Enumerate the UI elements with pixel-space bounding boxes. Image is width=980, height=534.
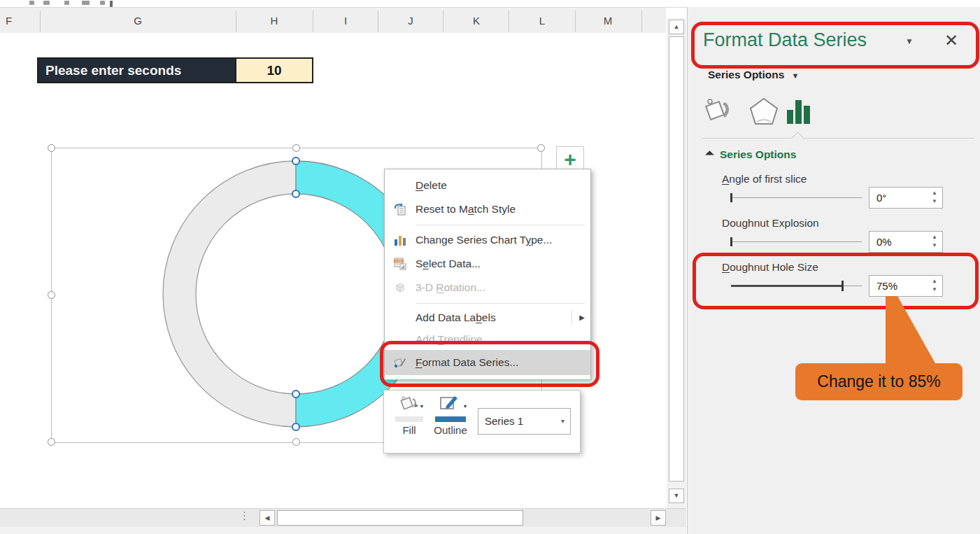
chart-context-menu: Delete Reset to Match Style Change Serie… <box>384 169 591 380</box>
angle-slider-thumb[interactable] <box>730 193 732 202</box>
section-series-options[interactable]: Series Options <box>706 148 796 161</box>
explosion-value-input[interactable]: 0% ▲▼ <box>869 231 943 253</box>
scroll-down-button[interactable]: ▼ <box>669 489 684 503</box>
resize-handle-top-right[interactable] <box>537 144 545 152</box>
left-arrow-icon: ◀ <box>265 514 270 521</box>
fill-line-bucket-icon <box>704 97 734 126</box>
cropped-text-mark <box>110 1 113 7</box>
resize-handle-bottom-center[interactable] <box>292 438 300 446</box>
menu-item-delete[interactable]: Delete <box>385 174 590 197</box>
chart-element-selector[interactable]: Series 1 ▾ <box>478 408 571 435</box>
scrollbar-split-handle[interactable]: ⋮ <box>239 510 250 522</box>
cube-icon <box>385 281 416 294</box>
menu-item-format-data-series[interactable]: Format Data Series... <box>385 350 590 375</box>
horizontal-scrollbar[interactable]: ⋮ ◀ ▶ <box>0 508 686 527</box>
outline-label: Outline <box>430 424 471 436</box>
header-dropdown-arrow: ▼ <box>791 71 799 80</box>
pane-header-menu[interactable]: Series Options▼ <box>708 69 799 81</box>
up-arrow-icon: ▲ <box>674 23 680 30</box>
pane-title-dropdown-icon[interactable]: ▼ <box>905 36 914 46</box>
prompt-cells: Please enter seconds 10 <box>37 57 313 83</box>
doughnut-slice-remaining[interactable] <box>163 161 296 427</box>
vertical-scroll-thumb[interactable] <box>669 36 684 482</box>
column-header-j[interactable]: J <box>408 15 413 27</box>
fill-button[interactable]: ▾ Fill <box>392 395 426 436</box>
reset-style-icon <box>385 203 416 216</box>
pentagon-icon <box>748 97 779 126</box>
angle-spinner[interactable]: ▲▼ <box>932 189 937 206</box>
resize-handle-top-center[interactable] <box>292 144 300 152</box>
explosion-slider-thumb[interactable] <box>730 237 732 246</box>
excel-window: F G H I J K L M Please enter seconds 10 … <box>0 0 980 534</box>
outline-pencil-icon <box>439 395 462 413</box>
menu-item-change-series-chart-type[interactable]: Change Series Chart Type... <box>385 228 590 252</box>
pane-title: Format Data Series <box>703 29 867 51</box>
tab-separator <box>702 138 974 139</box>
menu-item-3d-rotation: 3-D Rotation... <box>385 276 590 300</box>
column-header-m[interactable]: M <box>604 15 613 27</box>
menu-item-select-data[interactable]: Select Data... <box>385 252 590 276</box>
hole-size-spinner[interactable]: ▲▼ <box>932 277 937 294</box>
cropped-text-mark <box>64 1 69 5</box>
fill-bucket-icon <box>399 395 420 413</box>
horizontal-scroll-thumb[interactable] <box>277 510 523 526</box>
tab-effects[interactable] <box>748 97 779 129</box>
scroll-up-button[interactable]: ▲ <box>669 20 684 34</box>
doughnut-explosion-label: Doughnut Explosion <box>722 217 819 230</box>
doughnut-hole-size-label: Doughnut Hole Size <box>722 261 818 274</box>
format-series-icon <box>385 356 416 370</box>
combo-dropdown-arrow[interactable]: ▾ <box>561 409 564 434</box>
angle-value-input[interactable]: 0° ▲▼ <box>869 187 943 209</box>
menu-separator <box>385 300 590 307</box>
resize-handle-bottom-left[interactable] <box>48 438 55 446</box>
tab-fill-line[interactable] <box>704 97 734 129</box>
column-header-f[interactable]: F <box>6 15 12 27</box>
select-data-icon <box>385 258 416 270</box>
column-header-i[interactable]: I <box>344 15 347 27</box>
seconds-input-cell[interactable]: 10 <box>236 59 312 82</box>
explosion-spinner[interactable]: ▲▼ <box>932 233 937 250</box>
callout-text: Change it to 85% <box>795 363 963 400</box>
column-header-g[interactable]: G <box>134 15 142 27</box>
fill-dropdown-arrow[interactable]: ▾ <box>420 403 423 409</box>
scroll-left-button[interactable]: ◀ <box>260 510 275 526</box>
datapoint-handle-top-outer[interactable] <box>292 157 299 164</box>
menu-item-add-data-labels[interactable]: Add Data Labels ▶ <box>385 307 590 328</box>
right-arrow-icon: ▶ <box>656 514 661 521</box>
resize-handle-mid-left[interactable] <box>48 291 55 299</box>
scroll-right-button[interactable]: ▶ <box>651 510 666 526</box>
resize-handle-top-left[interactable] <box>48 144 55 152</box>
datapoint-handle-bottom-inner[interactable] <box>292 391 299 398</box>
explosion-slider-track[interactable] <box>732 241 862 242</box>
datapoint-handle-top-inner[interactable] <box>292 190 299 197</box>
prompt-label-cell[interactable]: Please enter seconds <box>38 59 236 82</box>
submenu-divider <box>571 309 572 325</box>
menu-item-add-trendline: Add Trendline... <box>385 328 590 350</box>
pane-close-icon[interactable]: ✕ <box>944 31 958 50</box>
fill-color-swatch <box>395 416 423 422</box>
selected-series-label: Series 1 <box>485 415 523 427</box>
submenu-arrow-icon: ▶ <box>579 314 585 321</box>
hole-size-slider-thumb[interactable] <box>841 281 844 291</box>
column-header-k[interactable]: K <box>473 15 480 27</box>
angle-slider-track[interactable] <box>732 197 862 198</box>
hole-size-slider-track[interactable] <box>844 286 862 286</box>
hole-size-slider-fill <box>731 285 841 287</box>
vertical-scrollbar[interactable]: ▲ ▼ <box>667 18 686 508</box>
menu-separator <box>385 221 590 228</box>
tab-series-options[interactable] <box>786 97 811 128</box>
cropped-text-mark <box>43 1 50 5</box>
datapoint-handle-bottom-outer[interactable] <box>292 423 299 430</box>
outline-button[interactable]: ▾ Outline <box>430 395 471 436</box>
cropped-text-mark <box>82 1 90 5</box>
down-arrow-icon: ▼ <box>674 492 680 499</box>
cropped-text-mark <box>29 1 34 5</box>
fill-label: Fill <box>392 424 426 436</box>
menu-item-reset-to-match-style[interactable]: Reset to Match Style <box>385 197 590 221</box>
chart-type-icon <box>385 234 416 246</box>
column-header-l[interactable]: L <box>539 15 545 27</box>
bar-chart-icon <box>786 97 811 125</box>
column-header-h[interactable]: H <box>271 15 278 27</box>
status-bar-strip <box>0 526 686 534</box>
outline-dropdown-arrow[interactable]: ▾ <box>464 403 467 409</box>
